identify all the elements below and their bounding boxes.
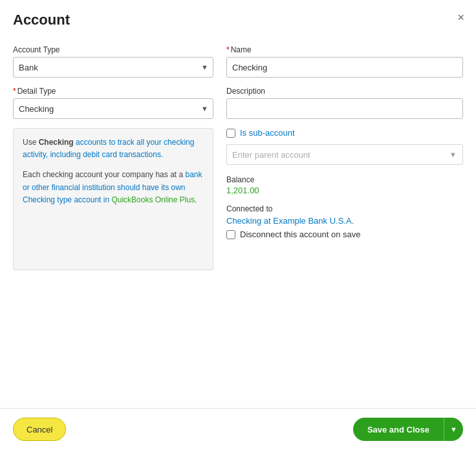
- connected-label: Connected to: [226, 204, 463, 213]
- save-close-chevron-icon: ▼: [450, 425, 457, 433]
- account-type-select-wrap: Bank ▼: [13, 57, 213, 78]
- left-column: Account Type Bank ▼ *Detail Type Checkin…: [13, 45, 213, 270]
- dialog-header: Account ×: [0, 0, 476, 35]
- account-dialog: Account × Account Type Bank ▼ *Detail Ty…: [0, 0, 476, 450]
- save-close-dropdown-button[interactable]: ▼: [444, 418, 463, 441]
- info-box: Use Checking accounts to track all your …: [13, 128, 213, 270]
- detail-type-select[interactable]: Checking: [13, 98, 213, 119]
- required-star: *: [13, 87, 16, 96]
- parent-account-chevron-icon: ▼: [449, 151, 457, 158]
- subaccount-group: Is sub-account ▼: [226, 128, 463, 165]
- description-label: Description: [226, 87, 463, 96]
- account-type-select[interactable]: Bank: [13, 57, 213, 78]
- account-type-label: Account Type: [13, 45, 213, 54]
- subaccount-checkbox[interactable]: [226, 129, 235, 138]
- connected-value: Checking at Example Bank U.S.A.: [226, 216, 463, 226]
- detail-type-label: *Detail Type: [13, 87, 213, 96]
- parent-account-wrap: ▼: [226, 144, 463, 165]
- connected-section: Connected to Checking at Example Bank U.…: [226, 204, 463, 239]
- subaccount-label: Is sub-account: [240, 128, 295, 138]
- save-close-wrap: Save and Close ▼: [353, 418, 463, 441]
- subaccount-row: Is sub-account: [226, 128, 463, 138]
- balance-label: Balance: [226, 175, 463, 184]
- dialog-footer: Cancel Save and Close ▼: [0, 408, 476, 450]
- parent-account-dropdown-button[interactable]: ▼: [444, 144, 463, 165]
- name-label: *Name: [226, 45, 463, 54]
- detail-type-select-wrap: Checking ▼: [13, 98, 213, 119]
- balance-section: Balance 1,201.00: [226, 175, 463, 195]
- info-bold-checking: Checking: [39, 138, 74, 147]
- save-close-button[interactable]: Save and Close: [353, 418, 444, 441]
- dialog-title: Account: [13, 12, 70, 28]
- disconnect-row: Disconnect this account on save: [226, 230, 463, 239]
- disconnect-checkbox[interactable]: [226, 230, 235, 239]
- right-column: *Name Description Is sub-account ▼: [226, 45, 463, 270]
- account-type-group: Account Type Bank ▼: [13, 45, 213, 78]
- dialog-body: Account Type Bank ▼ *Detail Type Checkin…: [0, 35, 476, 277]
- cancel-button[interactable]: Cancel: [13, 418, 66, 441]
- detail-type-group: *Detail Type Checking ▼: [13, 87, 213, 119]
- info-paragraph-2: Each checking account your company has a…: [23, 169, 204, 206]
- name-required-star: *: [226, 45, 230, 54]
- body-spacer: [0, 277, 476, 408]
- info-paragraph-1: Use Checking accounts to track all your …: [23, 136, 204, 161]
- description-group: Description: [226, 87, 463, 119]
- description-input[interactable]: [226, 98, 463, 119]
- balance-value: 1,201.00: [226, 186, 463, 195]
- parent-account-input[interactable]: [226, 144, 444, 165]
- name-group: *Name: [226, 45, 463, 78]
- disconnect-label: Disconnect this account on save: [240, 230, 360, 239]
- close-button[interactable]: ×: [457, 12, 464, 23]
- name-input[interactable]: [226, 57, 463, 78]
